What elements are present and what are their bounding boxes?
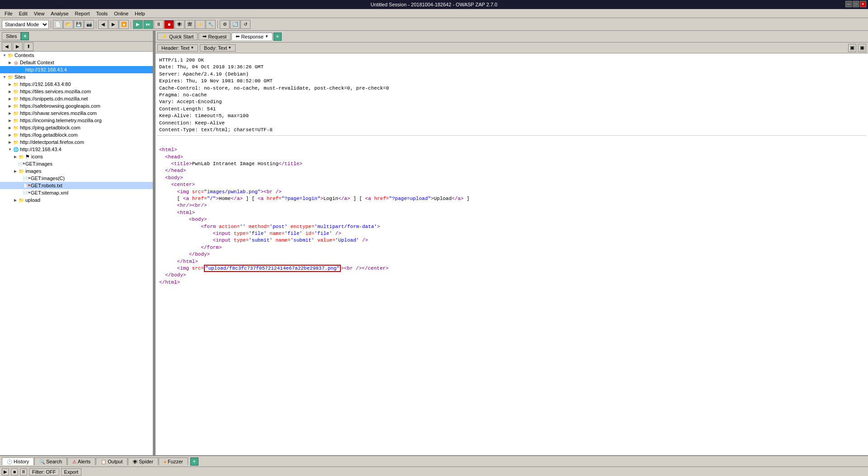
- history-stop-btn[interactable]: ■: [11, 468, 18, 476]
- expand-snippets[interactable]: ▶: [7, 96, 13, 101]
- tree-item-shavar[interactable]: ▶ 📁 https://shavar.services.mozilla.com: [0, 109, 153, 117]
- history-play-btn[interactable]: ▶: [2, 468, 9, 476]
- expand-contexts[interactable]: ▼: [2, 52, 7, 58]
- export-btn[interactable]: Export: [61, 468, 82, 476]
- up-btn[interactable]: 🔼: [119, 20, 129, 29]
- tree-item-default-context[interactable]: ▶ ◎ Default Context: [0, 59, 153, 66]
- response-tab[interactable]: ⬅ Response ▼: [231, 33, 272, 40]
- refresh-btn[interactable]: 🔄: [230, 20, 240, 29]
- spider-btn[interactable]: 🕷: [175, 20, 184, 29]
- sites-tab[interactable]: Sites: [2, 32, 21, 40]
- menu-file[interactable]: File: [2, 10, 15, 17]
- sites-up-btn[interactable]: ⬆: [24, 42, 33, 51]
- tree-item-snippets[interactable]: ▶ 📁 https://snippets.cdn.mozilla.net: [0, 95, 153, 102]
- spider2-btn[interactable]: 🕸: [185, 20, 195, 29]
- restore-btn[interactable]: □: [853, 1, 859, 7]
- sites-back-btn[interactable]: ◀: [2, 42, 12, 51]
- tree-item-icons[interactable]: ▶ 📁 ⚑ icons: [0, 153, 153, 160]
- tree-item-get-images[interactable]: 📄⚑ GET:images: [0, 160, 153, 167]
- sites-icon: 📁: [7, 74, 14, 80]
- tree-item-contexts[interactable]: ▼ 📁 Contexts: [0, 52, 153, 59]
- tree-item-safebrowsing[interactable]: ▶ 📁 https://safebrowsing.googleapis.com: [0, 102, 153, 109]
- expand-default-context[interactable]: ▶: [7, 60, 13, 65]
- sites-add-btn[interactable]: +: [21, 32, 29, 40]
- tree-item-upload[interactable]: ▶ 📁 upload: [0, 196, 153, 204]
- bottom-add-btn[interactable]: +: [190, 457, 198, 466]
- fuzzer-btn[interactable]: 🔧: [206, 20, 216, 29]
- expand-incoming[interactable]: ▶: [7, 118, 13, 123]
- open-session-btn[interactable]: 📂: [63, 20, 73, 29]
- forward-btn[interactable]: ▶: [108, 20, 118, 29]
- tree-item-192-80[interactable]: ▶ 📁 https://192.168.43.4:80: [0, 81, 153, 88]
- expand-upload[interactable]: ▶: [13, 197, 18, 203]
- new-session-btn[interactable]: 📄: [53, 20, 63, 29]
- menu-analyse[interactable]: Analyse: [48, 10, 71, 17]
- expand-192-80[interactable]: ▶: [7, 81, 13, 87]
- tree-item-log[interactable]: ▶ 📁 https://log.getadblock.com: [0, 131, 153, 138]
- menu-help[interactable]: Help: [132, 10, 148, 17]
- expand-site-main[interactable]: ▼: [7, 147, 13, 152]
- menu-view[interactable]: View: [31, 10, 47, 17]
- expand-tiles[interactable]: ▶: [7, 89, 13, 94]
- tree-item-site-main[interactable]: ▼ 🌐 http://192.168.43.4: [0, 146, 153, 153]
- expand-ping[interactable]: ▶: [7, 125, 13, 130]
- back-btn[interactable]: ◀: [98, 20, 108, 29]
- tree-item-get-sitemap[interactable]: 📄⚑ GET:sitemap.xml: [0, 189, 153, 196]
- alerts-tab[interactable]: ⚠ Alerts: [67, 457, 95, 465]
- menu-tools[interactable]: Tools: [94, 10, 111, 17]
- spider-tab[interactable]: 🕷 Spider: [128, 457, 158, 465]
- expand-safebrowsing[interactable]: ▶: [7, 103, 13, 109]
- tree-item-sites[interactable]: ▼ 📁 Sites: [0, 73, 153, 81]
- resp-add-btn[interactable]: +: [274, 33, 282, 41]
- request-tab[interactable]: ➡ Request: [198, 33, 231, 40]
- minimize-btn[interactable]: ─: [845, 1, 852, 7]
- tree-item-ping[interactable]: ▶ 📁 https://ping.getadblock.com: [0, 124, 153, 131]
- tree-item-site-192-43-4[interactable]: 🌐 http://192.168.43.4: [0, 66, 153, 73]
- title-bar-controls[interactable]: ─ □ ✕: [845, 1, 866, 7]
- view-btn-2[interactable]: ▣: [858, 44, 866, 52]
- save-session-btn[interactable]: 💾: [74, 20, 84, 29]
- filter-btn[interactable]: Filter: OFF: [29, 468, 59, 476]
- menu-online[interactable]: Online: [111, 10, 131, 17]
- tree-item-get-images-c[interactable]: 📄⚑ GET:images(C): [0, 175, 153, 182]
- stop-btn[interactable]: ■: [164, 20, 174, 29]
- menu-report[interactable]: Report: [72, 10, 93, 17]
- history-pause-btn[interactable]: ⏸: [20, 468, 27, 476]
- quick-start-tab[interactable]: ⚡ Quick Start: [157, 33, 198, 40]
- tree-item-images-folder[interactable]: ▶ 📁 images: [0, 167, 153, 175]
- header-dropdown-arrow[interactable]: ▼: [190, 46, 194, 50]
- search-tab[interactable]: 🔍 Search: [34, 457, 67, 465]
- expand-icons[interactable]: ▶: [13, 154, 18, 159]
- scan-btn[interactable]: ▶: [133, 20, 143, 29]
- options-btn[interactable]: ⚙: [220, 20, 230, 29]
- body-tab[interactable]: Body: Text ▼: [200, 44, 236, 52]
- html-line15: </form>: [159, 244, 864, 251]
- expand-images-folder[interactable]: ▶: [13, 168, 18, 174]
- expand-detectportal[interactable]: ▶: [7, 139, 13, 145]
- header-tab[interactable]: Header: Text ▼: [157, 44, 198, 52]
- output-tab[interactable]: 📋 Output: [96, 457, 127, 465]
- menu-edit[interactable]: Edit: [16, 10, 30, 17]
- response-dropdown-arrow[interactable]: ▼: [265, 34, 269, 38]
- mode-select[interactable]: Standard Mode Safe Mode Protected Mode A…: [2, 20, 49, 29]
- sites-forward-btn[interactable]: ▶: [13, 42, 23, 51]
- refresh2-btn[interactable]: ↺: [241, 20, 250, 29]
- history-tab[interactable]: 🕐 History: [2, 457, 34, 465]
- expand-log[interactable]: ▶: [7, 132, 13, 138]
- view-btn-1[interactable]: ▣: [848, 44, 856, 52]
- pause-btn[interactable]: ⏸: [154, 20, 164, 29]
- snapshot-btn[interactable]: 📷: [84, 20, 94, 29]
- tree-item-tiles[interactable]: ▶ 📁 https://tiles.services.mozilla.com: [0, 88, 153, 95]
- icon-snippets: 📁: [13, 95, 19, 102]
- close-btn[interactable]: ✕: [860, 1, 866, 7]
- scan-all-btn[interactable]: ⏭: [143, 20, 153, 29]
- body-dropdown-arrow[interactable]: ▼: [228, 46, 231, 50]
- fuzzer-tab[interactable]: ● Fuzzer: [159, 457, 188, 465]
- tree-item-detectportal[interactable]: ▶ 📁 http://detectportal.firefox.com: [0, 138, 153, 146]
- tree-item-get-robots[interactable]: 📄⚑ GET:robots.txt: [0, 182, 153, 189]
- active-scan-btn[interactable]: ⚡: [195, 20, 205, 29]
- expand-sites[interactable]: ▼: [2, 74, 7, 80]
- tree-item-incoming[interactable]: ▶ 📁 https://incoming.telemetry.mozilla.o…: [0, 117, 153, 124]
- expand-site-192[interactable]: [13, 67, 18, 72]
- expand-shavar[interactable]: ▶: [7, 110, 13, 116]
